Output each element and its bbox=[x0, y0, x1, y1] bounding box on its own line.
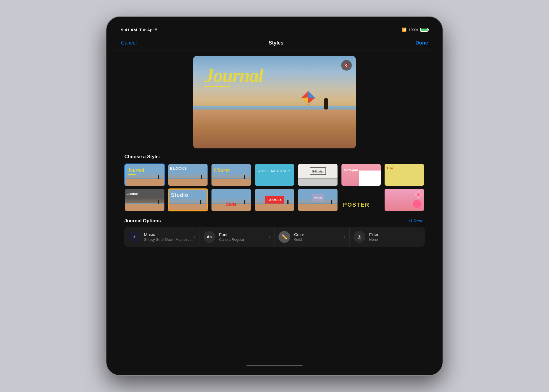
music-chevron-icon: › bbox=[194, 234, 195, 239]
options-header: Journal Options ↺ Reset bbox=[124, 218, 425, 224]
styles-grid-row1: Journal Blocks bbox=[124, 164, 425, 186]
filter-chevron-icon: › bbox=[419, 234, 421, 239]
flower-svg bbox=[415, 191, 422, 199]
style-thumb-poster[interactable]: POSTER bbox=[341, 188, 381, 211]
choose-label: Choose a Style: bbox=[124, 153, 425, 160]
thumb-pastel-label: Pastel bbox=[314, 197, 322, 200]
style-thumb-blocks[interactable]: Blocks bbox=[168, 164, 208, 186]
svg-point-5 bbox=[417, 191, 420, 193]
option-item-music[interactable]: ♪ Music Snowy Stroll Down Mainstreet › bbox=[124, 227, 199, 247]
music-icon-circle: ♪ bbox=[128, 231, 140, 243]
home-indicator[interactable] bbox=[246, 365, 303, 366]
done-button[interactable]: Done bbox=[415, 40, 428, 46]
thumb-santafe-label: Santa Fe bbox=[267, 198, 282, 202]
status-bar: 9:41 AM Tue Apr 5 📶 100% bbox=[113, 24, 436, 36]
styles-grid-row2: Active → Studio bbox=[124, 188, 425, 211]
music-label: Music bbox=[144, 232, 194, 237]
style-thumb-editorial[interactable]: Editorial bbox=[297, 164, 338, 186]
status-right: 📶 100% bbox=[402, 27, 428, 32]
svg-line-3 bbox=[308, 104, 310, 106]
thumb-charm-label: Charm bbox=[214, 167, 230, 173]
thumb-studio-label: Studio bbox=[171, 192, 189, 198]
page-title: Styles bbox=[269, 40, 283, 46]
person-silhouette bbox=[324, 98, 328, 109]
thumb-contemporary-label: Contemporary bbox=[258, 169, 291, 172]
style-thumb-slide[interactable]: Slide bbox=[211, 188, 252, 211]
thumb-tile-label: Tile bbox=[386, 166, 393, 170]
battery-percent: 100% bbox=[409, 28, 418, 32]
filter-label: Filter bbox=[369, 232, 419, 237]
preview-ground bbox=[193, 109, 356, 148]
style-thumb-flower[interactable] bbox=[384, 188, 425, 211]
status-date: Tue Apr 5 bbox=[139, 27, 157, 32]
preview-underline bbox=[204, 86, 230, 87]
font-value: Canela Regular bbox=[219, 237, 269, 242]
filter-option-text: Filter None bbox=[369, 232, 419, 242]
style-thumb-notepad[interactable]: Notepad bbox=[341, 164, 381, 186]
music-value: Snowy Stroll Down Mainstreet bbox=[144, 237, 194, 242]
option-item-font[interactable]: Aa Font Canela Regular › bbox=[199, 227, 274, 247]
svg-marker-1 bbox=[308, 91, 315, 98]
preview-video: Journal 🔇 bbox=[193, 56, 356, 148]
color-label: Color bbox=[294, 232, 344, 237]
svg-marker-2 bbox=[301, 97, 308, 104]
reset-label: Reset bbox=[414, 218, 425, 223]
style-thumb-pastel[interactable]: Pastel bbox=[297, 188, 338, 211]
style-thumb-contemporary[interactable]: Contemporary bbox=[254, 164, 295, 186]
thumb-slide-label: Slide bbox=[226, 202, 236, 207]
thumb-journal-label: Journal bbox=[128, 167, 144, 173]
thumb-notepad-label: Notepad bbox=[344, 168, 358, 172]
thumb-editorial-label: Editorial bbox=[312, 170, 324, 173]
style-thumb-tile[interactable]: Tile bbox=[384, 164, 425, 186]
main-content: Journal 🔇 Choose a Style: bbox=[113, 50, 436, 368]
status-time: 9:41 AM bbox=[121, 27, 137, 32]
ipad-device: 9:41 AM Tue Apr 5 📶 100% Cancel Styles D… bbox=[106, 17, 443, 375]
mute-button[interactable]: 🔇 bbox=[341, 60, 352, 71]
reset-icon: ↺ bbox=[409, 218, 413, 223]
option-item-color[interactable]: ✏️ Color Gold › bbox=[274, 227, 350, 247]
reset-button[interactable]: ↺ Reset bbox=[409, 218, 425, 223]
battery-fill bbox=[421, 29, 427, 31]
thumb-active-arrow: → bbox=[127, 196, 130, 199]
font-icon-circle: Aa bbox=[203, 231, 215, 243]
filter-value: None bbox=[369, 237, 419, 242]
thumb-blocks-label: Blocks bbox=[170, 166, 187, 171]
style-thumb-active[interactable]: Active → bbox=[124, 188, 165, 211]
style-thumb-journal[interactable]: Journal bbox=[124, 164, 165, 186]
font-chevron-icon: › bbox=[269, 234, 270, 239]
thumb-active-label: Active bbox=[127, 192, 138, 196]
options-section: Journal Options ↺ Reset ♪ Music Snowy St… bbox=[113, 214, 436, 247]
style-thumb-santafe[interactable]: Santa Fe bbox=[254, 188, 295, 211]
navigation-bar: Cancel Styles Done bbox=[113, 36, 436, 50]
svg-point-4 bbox=[417, 193, 420, 196]
svg-point-6 bbox=[417, 196, 420, 199]
kite-icon bbox=[300, 90, 317, 106]
options-grid: ♪ Music Snowy Stroll Down Mainstreet › A… bbox=[124, 227, 425, 247]
preview-area: Journal 🔇 bbox=[113, 50, 436, 153]
svg-point-7 bbox=[415, 193, 417, 196]
svg-point-8 bbox=[420, 193, 422, 196]
screen: 9:41 AM Tue Apr 5 📶 100% Cancel Styles D… bbox=[113, 24, 436, 368]
style-thumb-charm[interactable]: Charm bbox=[211, 164, 252, 186]
preview-title: Journal bbox=[204, 64, 263, 87]
options-title: Journal Options bbox=[124, 218, 161, 224]
color-option-text: Color Gold bbox=[294, 232, 344, 242]
color-value: Gold bbox=[294, 237, 344, 242]
style-thumb-studio[interactable]: Studio bbox=[168, 188, 208, 211]
option-item-filter[interactable]: ◎ Filter None › bbox=[350, 227, 425, 247]
music-option-text: Music Snowy Stroll Down Mainstreet bbox=[144, 232, 194, 242]
wifi-icon: 📶 bbox=[402, 27, 406, 32]
font-option-text: Font Canela Regular bbox=[219, 232, 269, 242]
styles-section: Choose a Style: Journal bbox=[113, 153, 436, 211]
filter-icon-circle: ◎ bbox=[353, 231, 365, 243]
mute-icon: 🔇 bbox=[344, 63, 349, 68]
color-icon-circle: ✏️ bbox=[278, 231, 290, 243]
color-chevron-icon: › bbox=[344, 234, 345, 239]
cancel-button[interactable]: Cancel bbox=[121, 40, 137, 46]
font-label: Font bbox=[219, 232, 269, 237]
thumb-poster-label: POSTER bbox=[343, 202, 369, 208]
battery-icon bbox=[420, 28, 428, 32]
